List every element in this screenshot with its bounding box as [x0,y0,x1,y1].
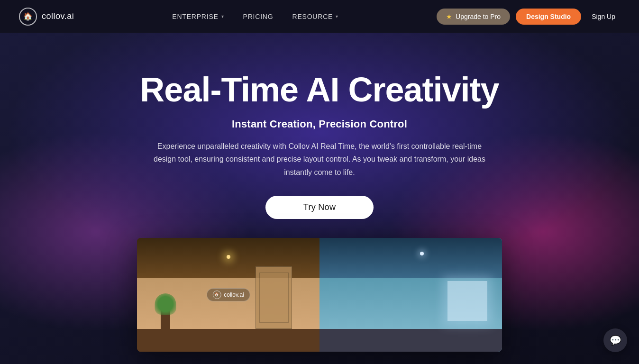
preview-right [320,238,502,352]
room-plant-left [152,289,179,329]
upgrade-button[interactable]: ★ Upgrade to Pro [437,9,510,25]
hero-description: Experience unparalleled creativity with … [154,140,485,179]
ceiling-light-right [420,252,424,255]
star-icon: ★ [446,13,452,20]
chat-button[interactable]: 💬 [603,328,627,352]
hero-title: Real-Time AI Creativity [140,71,499,109]
nav-enterprise[interactable]: ENTERPRISE ▾ [172,13,224,20]
logo-text: collov.ai [42,11,74,21]
ceiling-light-left [227,255,230,259]
logo[interactable]: 🏠 collov.ai [19,8,74,26]
nav-pricing[interactable]: PRICING [243,13,274,20]
nav-resource[interactable]: RESOURCE ▾ [292,13,338,20]
logo-icon: 🏠 [19,8,37,26]
nav-center: ENTERPRISE ▾ PRICING RESOURCE ▾ [172,13,338,20]
hero-preview: 🏠 collov.ai [137,238,502,352]
room-ceiling-right [320,238,502,278]
chevron-down-icon: ▾ [221,14,224,19]
room-door-left [256,266,292,329]
hero-content: Real-Time AI Creativity Instant Creation… [140,33,499,238]
hero-subtitle: Instant Creation, Precision Control [232,118,407,130]
room-window-right [447,281,488,321]
room-floor-right [320,329,502,352]
nav-right: ★ Upgrade to Pro Design Studio Sign Up [437,9,620,25]
design-studio-button[interactable]: Design Studio [516,9,581,25]
sign-up-button[interactable]: Sign Up [587,9,620,25]
hero-section: Real-Time AI Creativity Instant Creation… [0,33,639,364]
chat-icon: 💬 [610,335,621,346]
chevron-down-icon-2: ▾ [336,14,338,19]
navbar: 🏠 collov.ai ENTERPRISE ▾ PRICING RESOURC… [0,0,639,33]
room-floor-left [137,329,320,352]
try-now-button[interactable]: Try Now [265,196,374,219]
preview-left: 🏠 collov.ai [137,238,320,352]
